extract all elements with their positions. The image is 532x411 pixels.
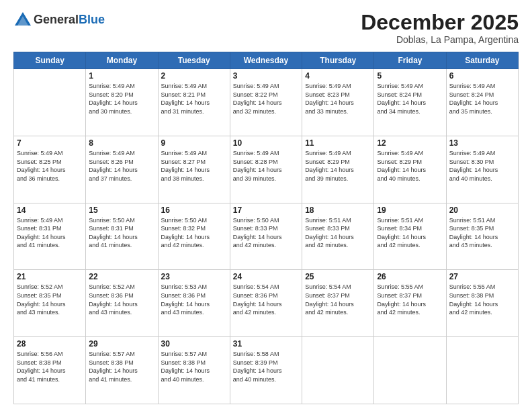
day-info: Sunrise: 5:49 AM Sunset: 8:23 PM Dayligh… (305, 82, 371, 116)
day-number: 25 (305, 272, 371, 281)
day-info: Sunrise: 5:51 AM Sunset: 8:35 PM Dayligh… (449, 216, 515, 250)
day-cell (446, 337, 518, 404)
day-header-sunday: Sunday (14, 52, 86, 69)
calendar-body: 1Sunrise: 5:49 AM Sunset: 8:20 PM Daylig… (14, 69, 519, 404)
day-number: 1 (89, 71, 154, 81)
week-row-3: 14Sunrise: 5:49 AM Sunset: 8:31 PM Dayli… (14, 203, 519, 270)
day-info: Sunrise: 5:55 AM Sunset: 8:37 PM Dayligh… (377, 283, 443, 316)
day-number: 15 (89, 205, 154, 215)
day-number: 30 (161, 339, 227, 349)
day-info: Sunrise: 5:54 AM Sunset: 8:37 PM Dayligh… (305, 283, 371, 316)
day-number: 9 (161, 138, 227, 148)
day-cell: 1Sunrise: 5:49 AM Sunset: 8:20 PM Daylig… (86, 69, 158, 136)
day-cell: 14Sunrise: 5:49 AM Sunset: 8:31 PM Dayli… (14, 203, 86, 270)
day-number: 6 (449, 71, 515, 81)
day-cell: 3Sunrise: 5:49 AM Sunset: 8:22 PM Daylig… (230, 69, 302, 136)
day-cell: 10Sunrise: 5:49 AM Sunset: 8:28 PM Dayli… (230, 136, 302, 203)
day-cell: 11Sunrise: 5:49 AM Sunset: 8:29 PM Dayli… (302, 136, 374, 203)
day-number: 22 (89, 272, 154, 281)
day-number: 11 (305, 138, 371, 148)
page: GeneralBlue December 2025 Doblas, La Pam… (0, 0, 532, 411)
day-info: Sunrise: 5:50 AM Sunset: 8:33 PM Dayligh… (233, 216, 299, 250)
day-cell (374, 337, 446, 404)
day-cell: 20Sunrise: 5:51 AM Sunset: 8:35 PM Dayli… (446, 203, 518, 270)
day-header-monday: Monday (86, 52, 158, 69)
day-number: 27 (449, 272, 515, 281)
day-info: Sunrise: 5:49 AM Sunset: 8:31 PM Dayligh… (17, 216, 83, 250)
day-info: Sunrise: 5:49 AM Sunset: 8:29 PM Dayligh… (377, 149, 443, 183)
day-cell: 16Sunrise: 5:50 AM Sunset: 8:32 PM Dayli… (158, 203, 230, 270)
day-info: Sunrise: 5:57 AM Sunset: 8:38 PM Dayligh… (161, 350, 227, 383)
day-cell: 24Sunrise: 5:54 AM Sunset: 8:36 PM Dayli… (230, 270, 302, 337)
week-row-4: 21Sunrise: 5:52 AM Sunset: 8:35 PM Dayli… (14, 270, 519, 337)
day-cell: 21Sunrise: 5:52 AM Sunset: 8:35 PM Dayli… (14, 270, 86, 337)
day-info: Sunrise: 5:51 AM Sunset: 8:34 PM Dayligh… (377, 216, 443, 250)
calendar-header-row: SundayMondayTuesdayWednesdayThursdayFrid… (14, 52, 519, 69)
logo-icon (13, 11, 32, 30)
day-info: Sunrise: 5:49 AM Sunset: 8:25 PM Dayligh… (17, 149, 83, 183)
day-number: 4 (305, 71, 371, 81)
day-number: 19 (377, 205, 443, 215)
week-row-1: 1Sunrise: 5:49 AM Sunset: 8:20 PM Daylig… (14, 69, 519, 136)
day-number: 18 (305, 205, 371, 215)
day-number: 28 (17, 339, 83, 349)
day-info: Sunrise: 5:52 AM Sunset: 8:36 PM Dayligh… (89, 283, 154, 316)
day-cell: 23Sunrise: 5:53 AM Sunset: 8:36 PM Dayli… (158, 270, 230, 337)
day-info: Sunrise: 5:51 AM Sunset: 8:33 PM Dayligh… (305, 216, 371, 250)
day-number: 17 (233, 205, 299, 215)
day-cell (302, 337, 374, 404)
day-cell: 30Sunrise: 5:57 AM Sunset: 8:38 PM Dayli… (158, 337, 230, 404)
day-cell: 13Sunrise: 5:49 AM Sunset: 8:30 PM Dayli… (446, 136, 518, 203)
day-cell: 7Sunrise: 5:49 AM Sunset: 8:25 PM Daylig… (14, 136, 86, 203)
month-title: December 2025 (361, 11, 519, 34)
day-cell: 31Sunrise: 5:58 AM Sunset: 8:39 PM Dayli… (230, 337, 302, 404)
day-cell: 18Sunrise: 5:51 AM Sunset: 8:33 PM Dayli… (302, 203, 374, 270)
day-number: 12 (377, 138, 443, 148)
day-number: 23 (161, 272, 227, 281)
day-number: 16 (161, 205, 227, 215)
day-number: 24 (233, 272, 299, 281)
location: Doblas, La Pampa, Argentina (361, 34, 519, 45)
title-block: December 2025 Doblas, La Pampa, Argentin… (361, 11, 519, 45)
day-cell: 29Sunrise: 5:57 AM Sunset: 8:38 PM Dayli… (86, 337, 158, 404)
day-cell: 2Sunrise: 5:49 AM Sunset: 8:21 PM Daylig… (158, 69, 230, 136)
day-header-friday: Friday (374, 52, 446, 69)
header: GeneralBlue December 2025 Doblas, La Pam… (13, 11, 519, 45)
day-info: Sunrise: 5:49 AM Sunset: 8:21 PM Dayligh… (161, 82, 227, 116)
day-info: Sunrise: 5:53 AM Sunset: 8:36 PM Dayligh… (161, 283, 227, 316)
day-cell: 9Sunrise: 5:49 AM Sunset: 8:27 PM Daylig… (158, 136, 230, 203)
day-cell: 4Sunrise: 5:49 AM Sunset: 8:23 PM Daylig… (302, 69, 374, 136)
day-number: 21 (17, 272, 83, 281)
day-cell: 25Sunrise: 5:54 AM Sunset: 8:37 PM Dayli… (302, 270, 374, 337)
day-info: Sunrise: 5:57 AM Sunset: 8:38 PM Dayligh… (89, 350, 154, 383)
day-info: Sunrise: 5:49 AM Sunset: 8:29 PM Dayligh… (305, 149, 371, 183)
day-number: 3 (233, 71, 299, 81)
day-number: 20 (449, 205, 515, 215)
day-number: 26 (377, 272, 443, 281)
day-info: Sunrise: 5:49 AM Sunset: 8:24 PM Dayligh… (377, 82, 443, 116)
day-header-thursday: Thursday (302, 52, 374, 69)
day-cell: 15Sunrise: 5:50 AM Sunset: 8:31 PM Dayli… (86, 203, 158, 270)
day-info: Sunrise: 5:56 AM Sunset: 8:38 PM Dayligh… (17, 350, 83, 383)
day-info: Sunrise: 5:49 AM Sunset: 8:22 PM Dayligh… (233, 82, 299, 116)
day-number: 31 (233, 339, 299, 349)
logo: GeneralBlue (13, 11, 105, 30)
day-info: Sunrise: 5:49 AM Sunset: 8:24 PM Dayligh… (449, 82, 515, 116)
day-info: Sunrise: 5:49 AM Sunset: 8:28 PM Dayligh… (233, 149, 299, 183)
day-info: Sunrise: 5:50 AM Sunset: 8:31 PM Dayligh… (89, 216, 154, 250)
day-number: 14 (17, 205, 83, 215)
logo-text: GeneralBlue (34, 13, 105, 27)
day-header-saturday: Saturday (446, 52, 518, 69)
day-info: Sunrise: 5:49 AM Sunset: 8:27 PM Dayligh… (161, 149, 227, 183)
day-cell: 28Sunrise: 5:56 AM Sunset: 8:38 PM Dayli… (14, 337, 86, 404)
day-cell: 26Sunrise: 5:55 AM Sunset: 8:37 PM Dayli… (374, 270, 446, 337)
day-info: Sunrise: 5:55 AM Sunset: 8:38 PM Dayligh… (449, 283, 515, 316)
day-number: 29 (89, 339, 154, 349)
calendar-table: SundayMondayTuesdayWednesdayThursdayFrid… (13, 52, 519, 404)
day-number: 10 (233, 138, 299, 148)
day-cell: 6Sunrise: 5:49 AM Sunset: 8:24 PM Daylig… (446, 69, 518, 136)
week-row-2: 7Sunrise: 5:49 AM Sunset: 8:25 PM Daylig… (14, 136, 519, 203)
day-number: 2 (161, 71, 227, 81)
day-info: Sunrise: 5:49 AM Sunset: 8:26 PM Dayligh… (89, 149, 154, 183)
day-number: 5 (377, 71, 443, 81)
